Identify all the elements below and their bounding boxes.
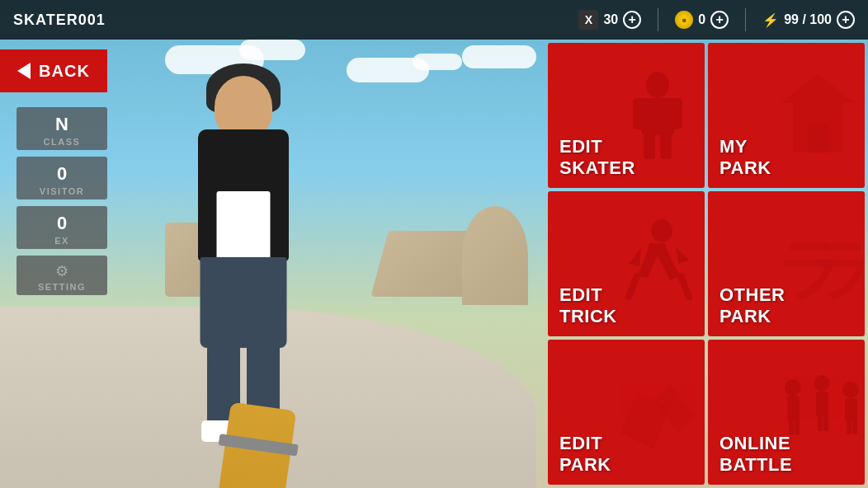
x-value: 30 [603,12,618,27]
edit-park-label: EDIT PARK [559,433,611,475]
coin-currency-group: ● 0 + [675,11,729,29]
header-bar: SKATER001 X 30 + ● 0 + ⚡ 99 / 100 + [0,0,868,40]
svg-point-20 [842,382,859,398]
add-energy-button[interactable]: + [837,11,855,29]
svg-point-0 [646,72,669,98]
cloud [462,45,536,68]
left-stats-panel: N CLASS 0 VISITOR 0 EX ⚙ SETTING [17,107,107,295]
svg-point-12 [785,379,801,396]
skater-display [91,43,396,472]
my-park-label: MY PARK [719,136,771,178]
edit-skater-label: EDIT SKATER [559,136,635,178]
add-coin-button[interactable]: + [710,11,729,29]
skater-figure [161,76,326,472]
edit-trick-label: EDIT TRICK [559,284,617,326]
add-x-button[interactable]: + [623,11,641,29]
ex-stat-box: 0 EX [17,206,107,249]
my-park-button[interactable]: MY PARK [708,43,865,188]
visitor-label: VISITOR [40,186,84,196]
x-currency-group: X 30 + [578,10,641,30]
online-battle-label: ONLINE BATTLE [719,433,792,475]
board-truck-top [219,434,299,456]
setting-label: SETTING [38,282,86,292]
svg-rect-21 [845,398,857,421]
cloud [413,54,462,70]
other-park-label: OTHER PARK [719,284,785,326]
svg-point-16 [814,375,830,392]
svg-rect-3 [669,98,682,129]
coin-icon: ● [675,11,693,29]
skater-head [215,76,272,138]
online-battle-button[interactable]: ONLINE BATTLE [708,340,865,485]
player-name: SKATER001 [13,12,106,29]
edit-trick-button[interactable]: EDIT TRICK [548,191,705,336]
visitor-stat-box: 0 VISITOR [17,157,107,199]
svg-rect-6 [808,124,828,152]
lightning-icon: ⚡ [762,12,779,28]
ex-value: 0 [57,213,67,234]
divider [658,8,658,31]
svg-rect-19 [823,415,828,431]
svg-rect-23 [852,420,857,434]
x-icon: X [578,10,598,30]
svg-rect-22 [847,420,851,434]
class-stat-box: N CLASS [17,107,107,150]
svg-point-7 [651,219,672,242]
visitor-value: 0 [57,163,67,185]
svg-rect-4 [644,133,655,159]
svg-rect-2 [633,98,646,129]
menu-grid: EDIT SKATER MY PARK [545,40,868,488]
svg-rect-15 [795,419,800,435]
ex-label: EX [54,236,69,246]
ramp [462,206,528,305]
coin-value: 0 [698,12,705,27]
my-park-silhouette [771,43,865,188]
svg-line-8 [629,276,637,297]
svg-rect-18 [818,415,823,431]
svg-rect-5 [660,133,672,159]
edit-park-silhouette [611,340,705,485]
back-button[interactable]: BACK [0,49,107,92]
edit-skater-button[interactable]: EDIT SKATER [548,43,705,188]
class-value: N [55,114,68,135]
back-arrow-icon [17,63,31,79]
svg-rect-17 [816,392,828,416]
skater-shorts [200,257,287,348]
skater-body [198,129,289,261]
edit-park-button[interactable]: EDIT PARK [548,340,705,485]
energy-group: ⚡ 99 / 100 + [762,11,855,29]
svg-text:ラ: ラ [809,233,863,307]
edit-trick-silhouette [611,191,705,336]
other-park-button[interactable]: ラ ラ OTHER PARK [708,191,865,336]
gear-icon: ⚙ [55,262,68,280]
svg-line-9 [681,276,689,297]
class-label: CLASS [44,137,81,147]
setting-stat-box[interactable]: ⚙ SETTING [17,256,107,295]
energy-value: 99 / 100 [784,12,832,27]
divider2 [745,8,746,31]
svg-rect-13 [787,396,800,420]
